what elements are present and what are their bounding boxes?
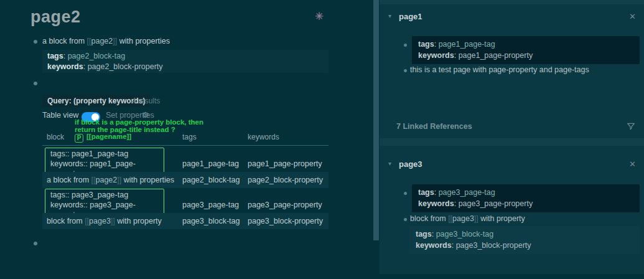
colon-sep: :	[434, 188, 439, 197]
colon-sep: :	[432, 230, 436, 239]
keywords-value: page3_page-property	[459, 199, 533, 208]
keywords-value: page1_page-property	[459, 51, 533, 60]
table-row: tags:: page3_page-tag keywords:: page3_p…	[42, 189, 329, 212]
p-badge-icon: P	[75, 134, 83, 143]
cell-text-prefix: a block from	[47, 176, 91, 184]
annotation-pagename-row: P[[pagename]]	[75, 133, 131, 143]
annotation-pagename: [[pagename]]	[86, 133, 131, 140]
keywords-cell: page3_page-property	[243, 201, 329, 209]
close-icon[interactable]: ✕	[629, 12, 636, 21]
sidebar-scrollbar[interactable]	[373, 0, 379, 240]
asterisk-icon: ✳	[315, 10, 324, 23]
tags-value-link[interactable]: page1_page-tag	[439, 40, 495, 49]
tags-value-link[interactable]: page3_page-tag	[439, 188, 495, 197]
block-text-prefix: block from	[410, 214, 448, 223]
page3-ref-link[interactable]: page3	[89, 217, 111, 225]
keywords-value: page3_block-property	[456, 241, 531, 250]
keywords-value: page2_block-property	[88, 62, 163, 71]
table-view-label: Table view	[42, 111, 78, 120]
cell-text-suffix: with property	[115, 217, 162, 225]
colon-sep: :	[454, 199, 459, 208]
keywords-property-line: keywords: page2_block-property	[47, 62, 324, 72]
keywords-label: keywords	[416, 241, 452, 250]
block-properties-box: tags: page2_block-tag keywords: page2_bl…	[42, 50, 329, 73]
cell-text-prefix: block from	[47, 217, 85, 225]
tags-cell: page3_page-tag	[178, 201, 243, 209]
table-header-keywords: keywords	[248, 133, 279, 141]
cell-text-suffix: with properties	[121, 176, 174, 184]
sidebar-page1-title[interactable]: page1	[399, 12, 422, 21]
colon-sep: :	[63, 52, 68, 60]
sidebar-page1-panel: ▾ page1 ✕ tags: page1_page-tag keywords:…	[380, 4, 644, 138]
block-bullet[interactable]	[404, 218, 407, 221]
ref-open-bracket: [[	[87, 37, 91, 45]
page1-note-block: this is a test page with page-property a…	[410, 65, 589, 74]
block-text: a block from [[page2]] with properties	[42, 37, 170, 45]
table-row: a block from [[page2]] with properties p…	[42, 172, 329, 188]
page3-block-properties-box: tags: page3_block-tag keywords: page3_bl…	[409, 226, 640, 254]
empty-block-bullet[interactable]	[34, 242, 37, 245]
keywords-label: keywords	[47, 62, 83, 71]
sidebar-gap	[380, 0, 644, 4]
collapse-triangle-icon[interactable]: ▾	[388, 160, 391, 167]
colon-sep: :	[434, 40, 439, 49]
block-cell: a block from [[page2]] with properties	[42, 176, 178, 184]
linked-references-header[interactable]: 7 Linked References	[396, 122, 472, 131]
colon-sep: :	[454, 51, 459, 60]
table-row: block from [[page3]] with property page3…	[42, 213, 329, 229]
tags-property-line: tags: page3_block-tag	[416, 229, 633, 240]
table-header-tags: tags	[182, 133, 197, 141]
close-icon[interactable]: ✕	[629, 159, 636, 169]
block-text-suffix: with properties	[117, 37, 170, 45]
sidebar-page3-title[interactable]: page3	[399, 159, 422, 169]
keywords-label: keywords	[418, 51, 454, 60]
page1-properties-box: tags: page1_page-tag keywords: page1_pag…	[412, 36, 640, 64]
cell-line: tags:: page1_page-tag	[50, 149, 159, 159]
block-text-suffix: with property	[478, 214, 525, 223]
page2-ref-link[interactable]: page2	[91, 37, 113, 45]
table-header-block: block	[47, 133, 64, 141]
page3-ref-link[interactable]: page3	[452, 214, 474, 223]
tags-label: tags	[418, 188, 434, 197]
block-text-prefix: a block from	[42, 37, 87, 45]
cell-line: tags:: page3_page-tag	[50, 190, 159, 200]
keywords-property-line: keywords: page3_block-property	[416, 240, 633, 251]
tags-label: tags	[47, 52, 63, 60]
sidebar-gap	[380, 138, 644, 146]
query-results-count: 4 results	[132, 97, 160, 105]
tags-property-line: tags: page3_page-tag	[418, 187, 633, 198]
empty-block-bullet[interactable]	[34, 82, 37, 85]
sidebar-page3-panel: ▾ page3 ✕ tags: page3_page-tag keywords:…	[380, 146, 644, 274]
collapse-triangle-icon[interactable]: ▾	[388, 12, 391, 19]
colon-sep: :	[452, 241, 456, 250]
ref-close-bracket: ]]	[474, 214, 478, 223]
block-cell: block from [[page3]] with property	[42, 217, 178, 225]
tags-value-link[interactable]: page2_block-tag	[68, 52, 125, 60]
page-title: page2	[30, 7, 81, 27]
tags-value-link[interactable]: page3_block-tag	[436, 230, 493, 239]
keywords-property-line: keywords: page1_page-property	[418, 50, 633, 61]
table-header-divider	[42, 145, 329, 146]
keywords-cell: page3_block-property	[243, 217, 329, 225]
keywords-label: keywords	[418, 199, 454, 208]
keywords-cell: page1_page-property	[243, 159, 329, 168]
ref-close-bracket: ]]	[111, 217, 115, 225]
page2-ref-link[interactable]: page2	[96, 176, 118, 184]
block-bullet[interactable]	[34, 40, 37, 44]
colon-sep: :	[83, 62, 88, 71]
tags-label: tags	[416, 230, 432, 239]
tags-cell: page2_block-tag	[178, 176, 243, 184]
tags-cell: page1_page-tag	[178, 159, 243, 168]
block-bullet[interactable]	[404, 44, 407, 47]
tags-label: tags	[418, 40, 434, 49]
page3-properties-box: tags: page3_page-tag keywords: page3_pag…	[412, 184, 640, 212]
tags-cell: page3_block-tag	[178, 217, 243, 225]
keywords-cell: page2_block-property	[243, 176, 329, 184]
table-row: tags:: page1_page-tag keywords:: page1_p…	[42, 148, 329, 171]
ref-open-bracket: [[	[91, 176, 96, 184]
filter-icon[interactable]	[626, 121, 636, 131]
page3-block-text: block from [[page3]] with property	[410, 214, 525, 223]
block-bullet[interactable]	[404, 192, 407, 195]
tags-property-line: tags: page2_block-tag	[47, 51, 324, 62]
block-bullet[interactable]	[404, 69, 407, 72]
